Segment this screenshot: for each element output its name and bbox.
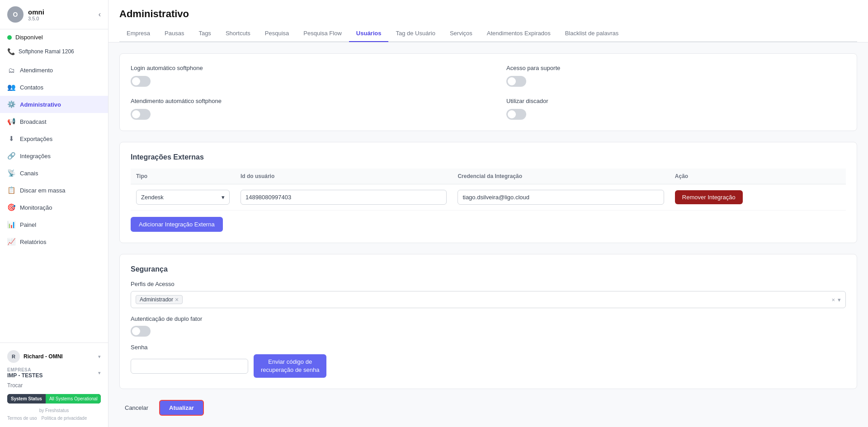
company-name: IMP - TESTES: [7, 372, 42, 379]
system-status-label: System Status: [7, 394, 46, 404]
col-id-usuario: Id do usuário: [235, 169, 452, 184]
update-button[interactable]: Atualizar: [159, 400, 204, 416]
sidebar-item-integracoes[interactable]: 🔗 Integrações: [0, 147, 108, 164]
integration-credencial-cell: [452, 184, 669, 211]
utilizar-discador-toggle-item: Utilizar discador: [506, 98, 846, 120]
relatorios-icon: 📈: [7, 238, 15, 246]
phone-section: 📞 Softphone Ramal 1206: [0, 45, 108, 60]
sidebar-item-label: Integrações: [20, 153, 51, 160]
atendimento-auto-softphone-slider: [131, 109, 151, 120]
integration-id-cell: [235, 184, 452, 211]
integration-tipo-cell: Zendesk ▾: [131, 184, 235, 211]
status-label: Disponível: [15, 34, 43, 41]
perfis-tags: Administrador ×: [136, 295, 831, 304]
painel-icon: 📊: [7, 221, 15, 229]
perfil-chip-administrador: Administrador ×: [136, 295, 183, 304]
tab-pesquisa-flow[interactable]: Pesquisa Flow: [296, 25, 349, 42]
col-tipo: Tipo: [131, 169, 235, 184]
sidebar-item-atendimento[interactable]: 🗂 Atendimento: [0, 61, 108, 79]
contatos-icon: 👥: [7, 83, 15, 91]
sidebar-nav: 🗂 Atendimento 👥 Contatos ⚙️ Administrati…: [0, 60, 108, 343]
login-auto-softphone-toggle[interactable]: [131, 76, 151, 87]
tab-shortcuts[interactable]: Shortcuts: [218, 25, 258, 42]
col-credencial: Credencial da Integração: [452, 169, 669, 184]
sidebar-item-administrativo[interactable]: ⚙️ Administrativo: [0, 96, 108, 113]
sidebar-item-exportacoes[interactable]: ⬇ Exportações: [0, 130, 108, 147]
remove-integration-button[interactable]: Remover Integração: [675, 190, 743, 204]
user-name: Richard - OMNI: [24, 353, 63, 360]
password-row: Enviar código derecuperação de senha: [131, 354, 846, 378]
monitoracao-icon: 🎯: [7, 203, 15, 211]
autenticacao-duplo-fator-group: Autenticação de duplo fator: [131, 315, 846, 337]
autenticacao-duplo-fator-slider: [131, 326, 151, 337]
tab-empresa[interactable]: Empresa: [119, 25, 157, 42]
phone-icon: 📞: [7, 48, 15, 55]
bottom-actions: Cancelar Atualizar: [119, 400, 857, 416]
privacy-link[interactable]: Política de privacidade: [42, 416, 87, 421]
sidebar-item-painel[interactable]: 📊 Painel: [0, 216, 108, 233]
multi-select-chevron-icon[interactable]: ▾: [838, 296, 841, 303]
tab-tags[interactable]: Tags: [191, 25, 218, 42]
tab-pesquisa[interactable]: Pesquisa: [258, 25, 296, 42]
login-auto-softphone-label: Login automático softphone: [131, 65, 470, 71]
sidebar-item-contatos[interactable]: 👥 Contatos: [0, 79, 108, 96]
senha-input[interactable]: [131, 359, 248, 374]
utilizar-discador-slider: [506, 109, 526, 120]
tipo-select[interactable]: Zendesk ▾: [136, 190, 230, 205]
id-usuario-input[interactable]: [241, 190, 447, 205]
tabs-bar: Empresa Pausas Tags Shortcuts Pesquisa P…: [119, 25, 857, 42]
integration-acao-cell: Remover Integração: [670, 184, 846, 211]
login-auto-softphone-toggle-item: Login automático softphone: [131, 65, 470, 87]
tipo-select-value: Zendesk: [141, 194, 164, 201]
multi-select-clear-icon[interactable]: ×: [831, 296, 835, 303]
seguranca-title: Segurança: [131, 265, 846, 273]
cancel-button[interactable]: Cancelar: [119, 401, 154, 415]
sidebar-footer: R Richard - OMNI ▾ EMPRESA IMP - TESTES …: [0, 343, 108, 427]
utilizar-discador-toggle[interactable]: [506, 109, 526, 120]
main-content: Administrativo Empresa Pausas Tags Short…: [108, 0, 868, 427]
senha-group: Senha Enviar código derecuperação de sen…: [131, 344, 846, 378]
terms-link[interactable]: Termos de uso: [7, 416, 37, 421]
integrations-table-body: Zendesk ▾ Remover Integração: [131, 184, 846, 211]
sidebar-item-broadcast[interactable]: 📢 Broadcast: [0, 113, 108, 130]
tab-usuarios[interactable]: Usuários: [349, 25, 389, 42]
add-integration-button[interactable]: Adicionar Integração Externa: [131, 217, 223, 232]
broadcast-icon: 📢: [7, 117, 15, 126]
company-row[interactable]: EMPRESA IMP - TESTES ▾: [7, 367, 101, 379]
collapse-sidebar-button[interactable]: ‹: [99, 10, 101, 19]
acesso-suporte-slider: [506, 76, 526, 87]
login-auto-softphone-slider: [131, 76, 151, 87]
perfil-chip-remove-button[interactable]: ×: [175, 296, 179, 303]
user-info-row[interactable]: R Richard - OMNI ▾: [7, 347, 101, 366]
system-status-bar[interactable]: System Status All Systems Operational: [7, 394, 101, 404]
sidebar-item-discar-em-massa[interactable]: 📋 Discar em massa: [0, 182, 108, 199]
sidebar-item-label: Monitoração: [20, 204, 52, 211]
content-area: Login automático softphone Acesso para s…: [108, 42, 868, 427]
app-name: omni: [28, 8, 44, 16]
tab-blacklist[interactable]: Blacklist de palavras: [558, 25, 626, 42]
trocar-button[interactable]: Trocar: [7, 380, 23, 390]
seguranca-section: Segurança Perfis de Acesso Administrador…: [119, 254, 857, 389]
page-header: Administrativo Empresa Pausas Tags Short…: [108, 0, 868, 42]
perfis-acesso-select[interactable]: Administrador × × ▾: [131, 291, 846, 308]
company-label: EMPRESA: [7, 367, 42, 372]
tab-servicos[interactable]: Serviços: [443, 25, 480, 42]
sidebar-item-monitoracao[interactable]: 🎯 Monitoração: [0, 199, 108, 216]
sidebar-item-canais[interactable]: 📡 Canais: [0, 164, 108, 182]
administrativo-icon: ⚙️: [7, 100, 15, 108]
col-acao: Ação: [670, 169, 846, 184]
tab-tag-de-usuario[interactable]: Tag de Usuário: [388, 25, 442, 42]
tab-pausas[interactable]: Pausas: [157, 25, 191, 42]
terms-links: Termos de uso Política de privacidade: [7, 414, 101, 422]
credencial-input[interactable]: [458, 190, 664, 205]
tab-atendimentos-expirados[interactable]: Atendimentos Expirados: [480, 25, 558, 42]
integrations-table-header-row: Tipo Id do usuário Credencial da Integra…: [131, 169, 846, 184]
atendimento-auto-softphone-toggle[interactable]: [131, 109, 151, 120]
acesso-suporte-toggle-item: Acesso para suporte: [506, 65, 846, 87]
sidebar-item-relatorios[interactable]: 📈 Relatórios: [0, 233, 108, 250]
acesso-suporte-toggle[interactable]: [506, 76, 526, 87]
autenticacao-duplo-fator-toggle[interactable]: [131, 326, 151, 337]
canais-icon: 📡: [7, 169, 15, 177]
multi-select-controls: × ▾: [831, 296, 841, 303]
send-recovery-code-button[interactable]: Enviar código derecuperação de senha: [254, 354, 326, 378]
